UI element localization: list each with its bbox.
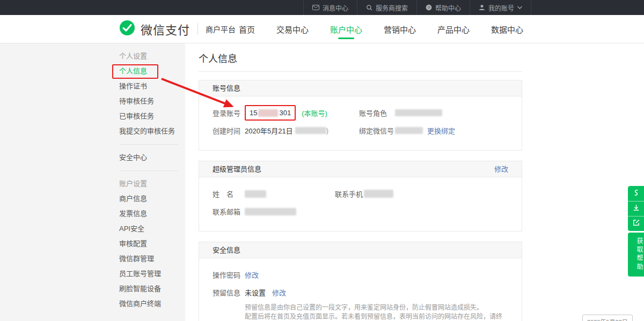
login-account-redacted — [258, 109, 278, 117]
wechat-pay-logo-icon — [119, 20, 135, 38]
user-icon — [479, 4, 485, 11]
main-content: 个人信息 账号信息 登录账号 15 301 (本账号) — [185, 43, 644, 321]
title-divider — [199, 71, 522, 72]
sidebar-group-account-settings: 账户设置 — [119, 176, 185, 191]
nav-product-center[interactable]: 产品中心 — [437, 15, 470, 43]
admin-card-title: 超级管理员信息 — [213, 161, 261, 177]
sp-search-item[interactable]: 服务商搜索 — [357, 0, 416, 15]
reserved-info-description: 预留信息是由你自己设置的一段文字，用来鉴定网站身份，防止假冒网站造成损失。 配置… — [245, 303, 508, 321]
admin-modify-link[interactable]: 修改 — [494, 161, 508, 177]
sidebar-item-security-center[interactable]: 安全中心 — [119, 150, 185, 165]
mail-icon — [312, 5, 319, 10]
sidebar-divider — [119, 144, 178, 145]
bound-wechat-redacted — [395, 127, 423, 134]
brand-name: 微信支付 — [141, 20, 190, 38]
brand[interactable]: 微信支付 商户平台 — [119, 15, 236, 43]
utility-topbar: 消息中心 服务商搜索 ? 帮助中心 我的账号 — [0, 0, 644, 15]
sidebar-item-review-config[interactable]: 审核配置 — [119, 236, 185, 251]
sp-search-label: 服务商搜索 — [376, 3, 408, 12]
sidebar-divider — [119, 170, 178, 171]
help-center-label: 帮助中心 — [435, 3, 461, 12]
my-account-item[interactable]: 我的账号 — [470, 0, 531, 15]
super-admin-card: 超级管理员信息 修改 姓 名 联系手机 联系邮箱 — [199, 161, 522, 232]
bound-wechat-label: 绑定微信号 — [359, 125, 395, 136]
sidebar-group-personal-settings: 个人设置 — [119, 49, 185, 64]
sidebar-item-api-security[interactable]: API安全 — [119, 221, 185, 236]
reserved-modify-link[interactable]: 修改 — [272, 287, 286, 297]
sidebar: 个人设置 个人信息 操作证书 待审核任务 已审核任务 我提交的审核任务 安全中心… — [0, 43, 185, 321]
account-role-label: 账号角色 — [359, 108, 395, 118]
main-header: 微信支付 商户平台 首页 交易中心 账户中心 营销中心 产品中心 数据中心 — [0, 15, 644, 43]
account-card-title: 账号信息 — [213, 80, 240, 96]
nav-account-center[interactable]: 账户中心 — [330, 15, 362, 43]
sidebar-item-reviewed[interactable]: 已审核任务 — [119, 109, 185, 124]
reserved-desc-line2: 配置后将在首页及充值页面显示。若未看到预留信息，表明当前访问的网站存在风险，请终… — [245, 312, 508, 321]
sidebar-item-my-submitted-review[interactable]: 我提交的审核任务 — [119, 124, 185, 139]
admin-email-redacted — [245, 208, 296, 215]
operation-password-label: 操作密码 — [213, 270, 245, 280]
get-help-button[interactable]: 获取帮助 — [628, 233, 644, 277]
security-card-title: 安全信息 — [213, 242, 240, 258]
page-title: 个人信息 — [199, 53, 522, 65]
brand-divider — [197, 23, 198, 35]
floating-help-widget: 获取帮助 — [628, 186, 644, 277]
svg-text:?: ? — [428, 5, 430, 10]
admin-name-label: 姓 名 — [213, 189, 245, 199]
created-time-label: 创建时间 — [213, 125, 245, 136]
admin-name-redacted — [245, 190, 266, 198]
brand-portal: 商户平台 — [206, 24, 236, 34]
reserved-desc-line1: 预留信息是由你自己设置的一段文字，用来鉴定网站身份，防止假冒网站造成损失。 — [245, 303, 508, 312]
hook-icon — [632, 189, 640, 199]
password-modify-link[interactable]: 修改 — [245, 270, 259, 280]
chevron-down-icon — [517, 6, 522, 9]
sidebar-item-operation-cert[interactable]: 操作证书 — [119, 79, 185, 94]
security-info-card: 安全信息 操作密码 修改 预留信息 未设置 修改 预留信息是由你自己设置的一段文… — [199, 242, 522, 321]
admin-phone-label: 联系手机 — [335, 189, 364, 199]
sidebar-item-face-device[interactable]: 刷脸智能设备 — [119, 281, 185, 296]
annotation-red-box-login: 15 301 — [245, 105, 296, 121]
sidebar-item-invoice-info[interactable]: 发票信息 — [119, 206, 185, 221]
reserved-info-status: 未设置 — [245, 287, 266, 297]
reserved-info-label: 预留信息 — [213, 287, 245, 297]
help-icon: ? — [426, 4, 432, 11]
sidebar-item-merchant-terminal[interactable]: 微信商户终端 — [119, 296, 185, 311]
sidebar-item-label: 个人信息 — [119, 67, 147, 75]
nav-transaction-center[interactable]: 交易中心 — [276, 15, 309, 43]
sidebar-item-merchant-info[interactable]: 商户信息 — [119, 191, 185, 206]
nav-data-center[interactable]: 数据中心 — [491, 15, 523, 43]
edit-icon — [632, 219, 640, 229]
sidebar-item-wechat-group-mgmt[interactable]: 微信群管理 — [119, 251, 185, 266]
nav-home[interactable]: 首页 — [239, 15, 255, 43]
primary-nav: 首页 交易中心 账户中心 营销中心 产品中心 数据中心 — [239, 15, 523, 43]
my-account-label: 我的账号 — [488, 3, 514, 12]
account-info-card: 账号信息 登录账号 15 301 (本账号) 账号角色 — [199, 80, 522, 151]
admin-email-label: 联系邮箱 — [213, 206, 245, 217]
download-button[interactable] — [628, 201, 644, 216]
created-time-value: 2020年5月21日 — [245, 125, 293, 136]
admin-phone-redacted — [364, 190, 393, 198]
contact-hook-button[interactable] — [628, 186, 644, 201]
login-account-prefix: 15 — [250, 109, 257, 117]
sidebar-item-pending-review[interactable]: 待审核任务 — [119, 94, 185, 109]
created-time-redacted — [295, 127, 326, 134]
feedback-button[interactable] — [628, 216, 644, 231]
current-account-tag: (本账号) — [302, 108, 327, 118]
download-icon — [632, 204, 640, 214]
nav-marketing-center[interactable]: 营销中心 — [384, 15, 416, 43]
message-center-label: 消息中心 — [323, 3, 348, 12]
search-icon — [366, 4, 372, 11]
created-time-paren: ) — [326, 126, 328, 135]
message-center-item[interactable]: 消息中心 — [303, 0, 357, 15]
rebind-link[interactable]: 更换绑定 — [427, 125, 455, 136]
account-role-redacted — [395, 109, 442, 116]
sidebar-item-staff-account-mgmt[interactable]: 员工账号管理 — [119, 266, 185, 281]
sidebar-item-personal-info[interactable]: 个人信息 — [119, 64, 185, 79]
date-tooltip: 2020年5月22日 — [582, 315, 633, 321]
help-center-item[interactable]: ? 帮助中心 — [416, 0, 470, 15]
login-account-label: 登录账号 — [213, 108, 245, 118]
login-account-suffix: 301 — [279, 109, 291, 117]
